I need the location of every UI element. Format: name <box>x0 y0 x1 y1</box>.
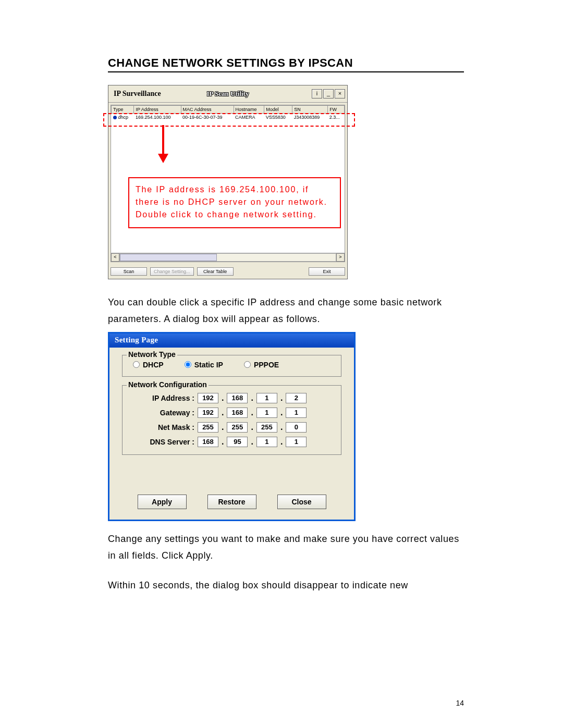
col-sn[interactable]: SN <box>292 106 328 114</box>
col-mac[interactable]: MAC Address <box>181 106 234 114</box>
restore-button[interactable]: Restore <box>207 495 256 509</box>
scan-button[interactable]: Scan <box>111 267 147 276</box>
callout-line1: The IP address is 169.254.100.100, if th… <box>136 183 334 208</box>
dns-octet-2[interactable] <box>227 437 248 447</box>
dns-row: . . . <box>198 437 334 447</box>
cell-type: dhcp <box>118 115 129 120</box>
ipscan-table: Type IP Address MAC Address Hostname Mod… <box>111 105 345 121</box>
radio-static-label: Static IP <box>194 361 223 369</box>
ip-octet-4[interactable] <box>286 393 307 403</box>
gw-octet-2[interactable] <box>227 408 248 418</box>
mask-octet-1[interactable] <box>198 422 218 433</box>
scroll-left-icon[interactable]: < <box>111 253 119 262</box>
mask-octet-4[interactable] <box>286 422 307 433</box>
radio-static-input[interactable] <box>185 361 191 368</box>
col-ip[interactable]: IP Address <box>134 106 181 114</box>
ip-octet-3[interactable] <box>256 393 277 403</box>
window-minimize-button[interactable]: _ <box>323 89 334 98</box>
network-config-legend: Network Configuration <box>127 380 209 389</box>
gw-octet-3[interactable] <box>256 408 277 418</box>
radio-pppoe[interactable]: PPPOE <box>244 361 279 369</box>
window-close-button[interactable]: × <box>335 89 345 98</box>
cell-ip: 169.254.100.100 <box>134 114 181 121</box>
network-type-legend: Network Type <box>127 350 177 359</box>
radio-dhcp-label: DHCP <box>143 361 164 369</box>
col-host[interactable]: Hostname <box>234 106 264 114</box>
ip-address-row: . . . <box>198 393 334 403</box>
cell-sn: J343008389 <box>292 114 328 121</box>
label-dns: DNS Server : <box>130 438 198 446</box>
gw-octet-1[interactable] <box>198 408 218 418</box>
table-row[interactable]: dhcp 169.254.100.100 00-19-6C-30-07-39 C… <box>112 114 345 121</box>
window-info-button[interactable]: i <box>312 89 322 98</box>
cell-host: CAMERA <box>234 114 264 121</box>
mask-octet-3[interactable] <box>256 422 277 433</box>
body-paragraph-2: Change any settings you want to make and… <box>108 530 464 564</box>
ipscan-body: Type IP Address MAC Address Hostname Mod… <box>111 105 345 262</box>
label-gateway: Gateway : <box>130 409 198 417</box>
col-model[interactable]: Model <box>264 106 292 114</box>
dns-octet-3[interactable] <box>256 437 277 447</box>
col-fw[interactable]: FW <box>328 106 345 114</box>
gateway-row: . . . <box>198 408 334 418</box>
scroll-thumb[interactable] <box>120 254 217 261</box>
radio-pppoe-label: PPPOE <box>254 361 279 369</box>
dns-octet-1[interactable] <box>198 437 218 447</box>
ipscan-titlebar: IP Surveillance IP Scan Utility i _ × <box>108 85 347 103</box>
status-dot-icon <box>113 116 117 119</box>
cell-fw: 2.3... <box>328 114 345 121</box>
netmask-row: . . . <box>198 422 334 433</box>
label-netmask: Net Mask : <box>130 423 198 431</box>
dns-octet-4[interactable] <box>286 437 307 447</box>
cell-mac: 00-19-6C-30-07-39 <box>181 114 234 121</box>
setting-page-dialog: Setting Page Network Type DHCP Static IP <box>108 332 356 521</box>
label-ip: IP Address : <box>130 394 198 402</box>
cell-model: VSS5830 <box>264 114 292 121</box>
ipscan-title-mid: IP Scan Utility <box>207 90 249 98</box>
scrollbar[interactable]: < > <box>111 253 345 262</box>
scroll-track[interactable] <box>119 253 336 262</box>
network-config-fieldset: Network Configuration IP Address : . . .… <box>122 385 341 455</box>
svg-marker-1 <box>158 154 168 163</box>
radio-dhcp[interactable]: DHCP <box>133 361 164 369</box>
body-paragraph-1: You can double click a specific IP addre… <box>108 294 464 328</box>
ip-octet-2[interactable] <box>227 393 248 403</box>
scroll-right-icon[interactable]: > <box>336 253 345 262</box>
page-title: CHANGE NETWORK SETTINGS BY IPSCAN <box>108 56 464 72</box>
gw-octet-4[interactable] <box>286 408 307 418</box>
dialog-title: Setting Page <box>109 334 354 348</box>
callout-line2: Double click to change network setting. <box>136 208 334 221</box>
col-type[interactable]: Type <box>112 106 134 114</box>
exit-button[interactable]: Exit <box>309 267 345 276</box>
network-type-fieldset: Network Type DHCP Static IP PPPOE <box>122 355 341 377</box>
close-button[interactable]: Close <box>277 495 326 509</box>
red-arrow-down-icon <box>155 125 171 163</box>
radio-dhcp-input[interactable] <box>133 361 140 368</box>
page-number: 14 <box>456 699 464 707</box>
body-paragraph-3: Within 10 seconds, the dialog box should… <box>108 577 464 594</box>
radio-static[interactable]: Static IP <box>185 361 223 369</box>
clear-table-button[interactable]: Clear Table <box>197 267 234 276</box>
apply-button[interactable]: Apply <box>138 495 187 509</box>
ipscan-title-left: IP Surveillance <box>114 90 161 98</box>
ip-octet-1[interactable] <box>198 393 218 403</box>
mask-octet-2[interactable] <box>227 422 248 433</box>
radio-pppoe-input[interactable] <box>244 361 251 368</box>
change-setting-button: Change Setting... <box>150 267 194 276</box>
ipscan-footer: Scan Change Setting... Clear Table Exit <box>108 264 347 279</box>
ipscan-window: IP Surveillance IP Scan Utility i _ × Ty… <box>108 85 348 279</box>
callout-box: The IP address is 169.254.100.100, if th… <box>128 177 341 228</box>
